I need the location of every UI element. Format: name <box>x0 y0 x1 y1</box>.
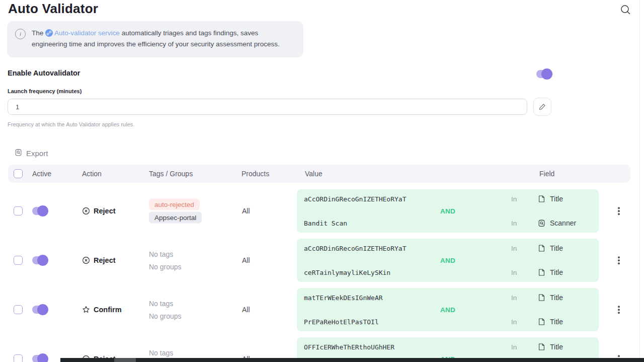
auto-validator-service-link[interactable]: Auto-validator service <box>54 29 120 37</box>
title-field-icon <box>537 294 546 302</box>
column-header-value: Value <box>305 170 323 178</box>
scanner-field-icon <box>537 219 546 228</box>
row-active-toggle[interactable] <box>32 306 47 314</box>
products-cell: All <box>242 207 250 215</box>
action-label: Reject <box>94 207 116 215</box>
title-field-icon <box>537 268 546 277</box>
condition-value: Bandit Scan <box>304 220 347 227</box>
toggle-knob <box>37 255 48 266</box>
condition-value: PrEPaReHotElPasTOIl <box>304 318 379 326</box>
column-header-active: Active <box>32 170 51 178</box>
tags-cell: No tagsNo groups <box>149 249 182 272</box>
table-rows: Reject auto-rejectedAppsec-portal All aC… <box>8 186 630 362</box>
title-field-icon <box>537 244 546 253</box>
launch-frequency-input[interactable] <box>8 99 527 115</box>
edit-frequency-button[interactable] <box>533 98 551 116</box>
confirm-icon <box>82 305 91 314</box>
condition-value: OFFIcERWheThERthoUGhHER <box>304 343 394 351</box>
condition-value: aCcORDinGRecoGnIZETHEoRYaT <box>304 245 407 252</box>
no-tags-label: No tags <box>149 249 173 260</box>
action-label: Confirm <box>94 306 122 314</box>
auto-validator-page: Auto Validator i The Auto-validator serv… <box>0 0 644 362</box>
no-groups-label: No groups <box>149 311 182 322</box>
condition-line-top: aCcORDinGRecoGnIZETHEoRYaT In Title <box>297 243 599 254</box>
field-label: Title <box>550 318 563 326</box>
field-label: Scanner <box>550 219 576 227</box>
row-checkbox[interactable] <box>14 206 23 215</box>
export-button[interactable]: Export <box>14 148 48 158</box>
action-cell: Reject <box>82 256 116 265</box>
condition: ceRTainlymayliKeLySKin In Title <box>297 267 599 278</box>
title-field-icon <box>537 318 546 326</box>
page-title: Auto Validator <box>8 1 98 17</box>
info-icon: i <box>15 29 26 39</box>
value-box: matTErWEekDEsIGnWeAR In Title AND PrEPaR… <box>297 288 599 331</box>
condition-match: In <box>511 269 517 276</box>
launch-frequency-label: Launch frequency (minutes) <box>8 88 82 94</box>
pencil-icon <box>538 103 546 111</box>
banner-text-before: The <box>32 29 43 37</box>
row-checkbox[interactable] <box>14 305 23 314</box>
field-label: Title <box>550 294 563 302</box>
condition: Bandit Scan In Scanner <box>297 218 599 229</box>
row-active-toggle[interactable] <box>32 256 47 264</box>
title-field-icon <box>537 195 546 203</box>
row-checkbox[interactable] <box>14 256 23 265</box>
condition-line-top: matTErWEekDEsIGnWeAR In Title <box>297 292 599 303</box>
reject-icon <box>82 256 91 265</box>
action-label: Reject <box>94 256 116 264</box>
condition-match: In <box>511 294 517 302</box>
condition: aCcORDinGRecoGnIZETHEoRYaT In Title <box>297 243 599 254</box>
condition-value: matTErWEekDEsIGnWeAR <box>304 294 383 302</box>
products-cell: All <box>242 306 250 314</box>
field-label: Title <box>550 268 563 276</box>
toggle-knob <box>37 205 48 216</box>
logic-operator: AND <box>297 306 599 314</box>
row-menu-kebab[interactable] <box>616 254 622 266</box>
condition-match: In <box>511 343 517 351</box>
condition-match: In <box>511 318 517 326</box>
export-label: Export <box>26 149 48 158</box>
tags-cell: auto-rejectedAppsec-portal <box>149 199 202 224</box>
row-active-toggle[interactable] <box>32 355 47 362</box>
column-header-field: Field <box>539 170 554 178</box>
row-checkbox[interactable] <box>14 354 23 362</box>
tags-cell: No tagsNo groups <box>149 298 182 322</box>
logic-operator: AND <box>297 257 599 264</box>
search-icon[interactable] <box>619 4 631 16</box>
table-header: Active Action Tags / Groups Products Val… <box>8 165 630 183</box>
tag-pill: auto-rejected <box>149 199 200 210</box>
condition-match: In <box>511 195 517 203</box>
select-all-checkbox[interactable] <box>14 169 23 178</box>
scrollbar-thumb[interactable] <box>114 358 136 362</box>
reject-icon <box>82 206 91 215</box>
condition: aCcORDinGRecoGnIZETHEoRYaT In Title <box>297 193 599 204</box>
row-menu-kebab[interactable] <box>616 205 622 217</box>
tag-pill: Appsec-portal <box>149 212 202 224</box>
toggle-knob <box>37 304 48 315</box>
condition-match: In <box>511 245 517 252</box>
export-icon <box>14 148 23 158</box>
link-icon <box>45 29 53 37</box>
row-menu-kebab[interactable] <box>616 304 622 316</box>
right-divider <box>639 0 640 358</box>
condition-value: aCcORDinGRecoGnIZETHEoRYaT <box>304 195 407 203</box>
logic-operator: AND <box>297 207 599 215</box>
column-header-action: Action <box>82 170 102 178</box>
column-header-tags: Tags / Groups <box>149 170 193 178</box>
condition: matTErWEekDEsIGnWeAR In Title <box>297 292 599 303</box>
condition-line-bottom: ceRTainlymayliKeLySKin In Title <box>297 267 599 278</box>
table-row: Reject auto-rejectedAppsec-portal All aC… <box>8 186 630 236</box>
value-box: aCcORDinGRecoGnIZETHEoRYaT In Title AND … <box>297 239 599 282</box>
info-banner: i The Auto-validator service automatical… <box>7 21 303 57</box>
condition-line-bottom: Bandit Scan In Scanner <box>297 218 599 229</box>
row-active-toggle[interactable] <box>32 207 47 215</box>
value-box: aCcORDinGRecoGnIZETHEoRYaT In Title AND … <box>297 189 599 233</box>
enable-autovalidator-toggle[interactable] <box>536 70 551 78</box>
condition-line-bottom: PrEPaReHotElPasTOIl In Title <box>297 316 599 327</box>
frequency-help-text: Frequency at which the Auto Validator ap… <box>8 121 134 127</box>
horizontal-scrollbar[interactable] <box>60 358 644 362</box>
column-header-products: Products <box>242 170 269 178</box>
table-row: Confirm No tagsNo groups All matTErWEekD… <box>8 285 630 334</box>
condition-match: In <box>511 220 517 227</box>
